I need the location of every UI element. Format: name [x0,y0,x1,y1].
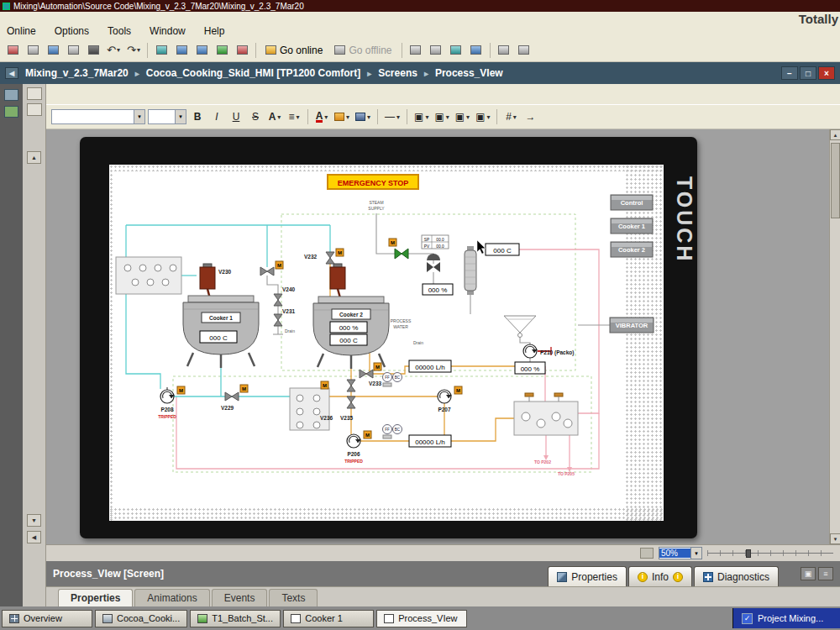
font-family-combo[interactable]: ▾ [51,109,145,124]
valve-manifold-mid[interactable]: M [290,381,329,430]
font-family-caret-icon[interactable]: ▾ [134,110,144,123]
font-color-button[interactable]: A▾ [313,108,330,125]
underline-button[interactable]: U [228,108,244,125]
breadcrumb-device[interactable]: Cocoa_Cooking_Skid_HMI [TP1200 Comfort] [146,67,360,79]
dock-panel-icon[interactable]: ▣ [801,567,816,580]
print-button[interactable] [24,42,42,59]
menu-help[interactable]: Help [204,25,225,37]
undo-button[interactable]: ↶▾ [104,42,123,59]
menu-tools[interactable]: Tools [108,25,131,37]
cut-button[interactable] [44,42,62,59]
distribute-objects-button[interactable]: ▣▾ [474,108,491,125]
valve-v230[interactable]: M V230 [218,261,283,276]
cross-references-button[interactable] [467,42,486,59]
breadcrumb-screen-name[interactable]: Process_VIew [435,67,503,79]
minimize-button[interactable]: − [781,66,798,80]
panel-menu-icon[interactable]: ≡ [818,567,833,580]
scrollbar-thumb[interactable] [831,143,840,218]
editor-tab-cocoa[interactable]: Cocoa_Cooki... [95,610,187,627]
emergency-stop-button[interactable]: EMERGENCY STOP [328,175,418,189]
compile-button[interactable] [152,42,171,59]
breadcrumb-screens[interactable]: Screens [378,67,417,79]
zoom-level-combo[interactable]: 50% ▾ [659,547,702,559]
zoom-caret-icon[interactable]: ▾ [690,548,701,559]
menu-options[interactable]: Options [55,25,89,37]
redo-button[interactable]: ↷▾ [124,42,143,59]
save-project-button[interactable] [3,42,22,59]
sp-pv-display[interactable]: SP 00.0 PV 00.0 [422,235,449,249]
subtab-events[interactable]: Events [212,589,268,606]
go-offline-button[interactable]: Go offline [329,42,396,59]
undo-caret-icon[interactable]: ▾ [117,46,120,54]
subtab-texts[interactable]: Texts [269,589,318,606]
line-style-button[interactable]: —▾ [383,108,402,125]
send-to-back-button[interactable]: ▣▾ [433,108,450,125]
stop-runtime-button[interactable] [233,42,251,59]
valve-v240[interactable]: V240 [274,286,296,306]
tab-diagnostics[interactable]: Diagnostics [694,566,779,586]
zoom-slider-knob[interactable] [746,549,751,558]
cooker1-vessel[interactable]: Cooker 1 000 C [183,264,259,368]
tree-scroll-up-button[interactable]: ▲ [27,151,41,164]
perforated-plate[interactable] [116,257,181,294]
align-objects-button[interactable]: ▣▾ [454,108,471,125]
subtab-animations[interactable]: Animations [134,589,209,606]
display-pct-p210[interactable]: 000 % [515,362,545,374]
portal-view-icon[interactable] [4,89,18,101]
strikethrough-button[interactable]: S [247,108,264,125]
redo-caret-icon[interactable]: ▾ [137,46,140,54]
instrument-ff-bc-2[interactable]: FF BC [383,425,402,439]
start-simulation-button[interactable] [213,42,231,59]
instrument-ff-bc-1[interactable]: FF BC [383,373,402,387]
menu-online[interactable]: Online [7,25,36,37]
scroll-down-icon[interactable]: ▼ [830,533,840,544]
display-temp-top[interactable]: 000 C [486,244,519,255]
tab-order-button[interactable]: → [522,108,538,125]
valve-v233[interactable]: M V233 [360,363,382,386]
bold-button[interactable]: B [189,108,206,125]
split-editor-horizontal-button[interactable] [515,42,533,59]
font-size-combo[interactable]: ▾ [148,109,186,124]
pump-p208[interactable]: M P208 TRIPPED [158,386,185,419]
go-online-button[interactable]: Go online [260,42,328,59]
vibrator-button[interactable]: VIBRATOR [610,318,654,333]
cooker2-vessel[interactable]: Cooker 2 000 % 000 C [313,264,389,369]
accessible-devices-button[interactable] [407,42,425,59]
valve-v231[interactable]: V231 Drain [274,308,296,333]
line-color-button[interactable]: ▾ [354,108,372,125]
heat-exchanger[interactable] [465,246,476,295]
valve-v235[interactable]: V235 [340,396,355,421]
close-button[interactable]: × [818,66,835,80]
tree-filter-icon[interactable] [27,87,42,100]
download-to-device-button[interactable] [172,42,191,59]
scroll-up-icon[interactable]: ▲ [830,129,840,140]
display-pct-mid[interactable]: 000 % [423,284,453,295]
subtab-properties[interactable]: Properties [58,589,133,606]
menu-window[interactable]: Window [150,25,186,37]
project-tree-icon[interactable] [4,106,18,118]
steam-valve[interactable]: M [389,239,408,259]
editor-tab-overview[interactable]: Overview [2,610,92,627]
tree-collapse-button[interactable]: ◀ [27,531,41,543]
fill-color-button[interactable]: ▾ [333,108,351,125]
online-tools-button[interactable] [447,42,465,59]
pump-p206[interactable]: M P206 TRIPPED [344,431,371,464]
fit-to-screen-icon[interactable] [640,548,654,559]
pump-p210[interactable]: P210 (Packo) [523,344,574,358]
font-grow-button[interactable]: A▾ [266,108,283,125]
pump-p207[interactable]: M P207 [438,386,462,412]
valve-v232[interactable]: M V232 [304,249,344,264]
grid-snap-button[interactable]: #▾ [502,108,519,125]
font-size-caret-icon[interactable]: ▾ [175,110,186,123]
display-flow-2[interactable]: 00000 L/h [409,435,451,447]
italic-button[interactable]: I [208,108,225,125]
paste-button[interactable] [84,42,102,59]
funnel[interactable] [504,316,536,338]
bring-to-front-button[interactable]: ▣▾ [412,108,430,125]
editor-tab-t1-batch[interactable]: T1_Batch_St... [190,610,281,627]
upload-from-device-button[interactable] [192,42,211,59]
screen-editor-canvas[interactable]: TOUCH [46,129,840,544]
breadcrumb-back-icon[interactable]: ◀ [5,67,18,79]
hmi-screen[interactable]: M [109,165,664,521]
taskbar-project-item[interactable]: ✓ Project Mixing... [732,608,840,628]
